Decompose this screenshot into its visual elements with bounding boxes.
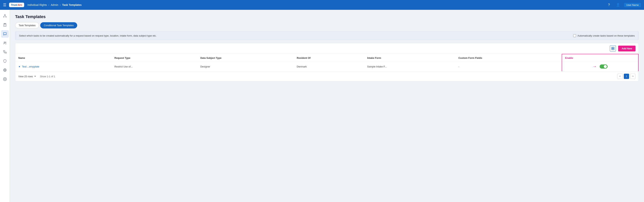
breadcrumb-individual-rights[interactable]: Individual Rights bbox=[28, 3, 47, 6]
data-table: Name Request Type Data Subject Type Resi… bbox=[15, 54, 638, 71]
svg-line-4 bbox=[5, 15, 6, 16]
cell-data-subject-type: Designer bbox=[197, 62, 294, 71]
table-footer: View 25 rows Show 1-1 of 1 < 1 > bbox=[15, 71, 638, 81]
auto-create-checkbox[interactable] bbox=[573, 34, 576, 37]
tabs-bar: Task Templates Conditional Task Template… bbox=[15, 22, 639, 28]
col-header-data-subject-type: Data Subject Type bbox=[197, 54, 294, 62]
hamburger-icon[interactable]: ☰ bbox=[3, 3, 6, 7]
main-layout: Task Templates Task Templates Conditiona… bbox=[0, 10, 644, 202]
breadcrumb: Individual Rights › Admin › Task Templat… bbox=[28, 3, 606, 6]
user-button[interactable]: 👤 bbox=[615, 2, 621, 8]
chevron-down-icon bbox=[34, 75, 36, 77]
breadcrumb-sep-2: › bbox=[60, 3, 61, 6]
nav-actions: ? 👤 User Name bbox=[606, 2, 641, 8]
user-name-display: User Name bbox=[624, 3, 641, 7]
help-icon: ? bbox=[608, 3, 610, 7]
info-bar-text: Select which tasks to be created automat… bbox=[19, 34, 156, 37]
col-header-custom-form-fields: Custom Form Fields bbox=[456, 54, 562, 62]
sidebar-item-settings[interactable] bbox=[1, 75, 9, 83]
svg-rect-19 bbox=[613, 49, 614, 50]
table-toolbar: Add New bbox=[15, 43, 638, 54]
svg-line-3 bbox=[4, 15, 5, 16]
toggle-slider bbox=[600, 64, 608, 69]
enable-toggle[interactable] bbox=[600, 64, 608, 69]
show-count: Show 1-1 of 1 bbox=[40, 75, 55, 78]
add-new-button[interactable]: Add New bbox=[618, 46, 636, 51]
tab-task-templates[interactable]: Task Templates bbox=[15, 22, 39, 28]
cell-custom-form-fields: - bbox=[456, 62, 562, 71]
sidebar-item-clipboard[interactable] bbox=[1, 21, 9, 29]
svg-point-11 bbox=[5, 42, 6, 43]
main-content: Task Templates Task Templates Conditiona… bbox=[10, 10, 644, 202]
auto-create-checkbox-label[interactable]: Automatically create tasks based on thes… bbox=[573, 34, 635, 37]
next-page-button[interactable]: > bbox=[630, 74, 636, 79]
top-nav: ☰ TrustArc Individual Rights › Admin › T… bbox=[0, 0, 644, 10]
col-header-resident-of: Resident Of bbox=[294, 54, 364, 62]
breadcrumb-task-templates: Task Templates bbox=[62, 3, 82, 6]
breadcrumb-sep-1: › bbox=[48, 3, 49, 6]
arrow-annotation: → bbox=[592, 64, 596, 69]
sidebar-item-phone[interactable] bbox=[1, 48, 9, 56]
col-header-enable: Enable bbox=[562, 54, 638, 62]
breadcrumb-admin[interactable]: Admin bbox=[51, 3, 58, 6]
tab-conditional-task-templates[interactable]: Conditional Task Templates bbox=[40, 22, 77, 28]
cell-resident-of: Denmark bbox=[294, 62, 364, 71]
col-header-name: Name bbox=[15, 54, 111, 62]
cell-request-type: Restrict Use of... bbox=[111, 62, 197, 71]
user-icon: 👤 bbox=[616, 3, 620, 7]
rows-per-page-label: View 25 rows bbox=[18, 75, 33, 78]
svg-rect-17 bbox=[613, 47, 614, 48]
sidebar-item-group[interactable] bbox=[1, 39, 9, 47]
cell-name: ▼ Test ...empplate bbox=[15, 62, 111, 71]
svg-point-0 bbox=[4, 14, 5, 15]
page-title: Task Templates bbox=[15, 14, 639, 19]
help-button[interactable]: ? bbox=[606, 2, 612, 8]
rows-per-page-selector[interactable]: View 25 rows bbox=[18, 75, 36, 78]
sidebar-item-shield[interactable] bbox=[1, 57, 9, 65]
row-expand-icon[interactable]: ▼ bbox=[18, 65, 20, 68]
sidebar-item-chat[interactable] bbox=[1, 30, 9, 38]
cell-enable: → bbox=[562, 62, 638, 71]
sidebar-item-globe[interactable] bbox=[1, 66, 9, 74]
cell-intake-form: Sample Intake F... bbox=[364, 62, 456, 71]
auto-create-label: Automatically create tasks based on thes… bbox=[578, 34, 635, 37]
col-header-request-type: Request Type bbox=[111, 54, 197, 62]
sidebar-item-network[interactable] bbox=[1, 12, 9, 19]
prev-page-button[interactable]: < bbox=[618, 74, 623, 79]
svg-point-2 bbox=[6, 16, 6, 17]
svg-rect-16 bbox=[612, 47, 613, 48]
table-container: Add New Name Request Type Data Subject T… bbox=[15, 43, 639, 81]
svg-rect-9 bbox=[4, 33, 6, 35]
svg-point-10 bbox=[4, 42, 5, 43]
row-name-link[interactable]: Test ...empplate bbox=[22, 65, 40, 68]
svg-point-1 bbox=[4, 16, 4, 17]
logo: TrustArc bbox=[9, 3, 24, 7]
page-1-button[interactable]: 1 bbox=[624, 74, 629, 79]
col-header-intake-form: Intake Form bbox=[364, 54, 456, 62]
grid-view-button[interactable] bbox=[610, 45, 616, 51]
sidebar bbox=[0, 10, 10, 202]
info-bar: Select which tasks to be created automat… bbox=[15, 31, 639, 40]
svg-point-15 bbox=[4, 79, 5, 80]
svg-rect-18 bbox=[612, 49, 613, 50]
table-row: ▼ Test ...empplate Restrict Use of... De… bbox=[15, 62, 638, 71]
pagination: < 1 > bbox=[618, 74, 636, 79]
